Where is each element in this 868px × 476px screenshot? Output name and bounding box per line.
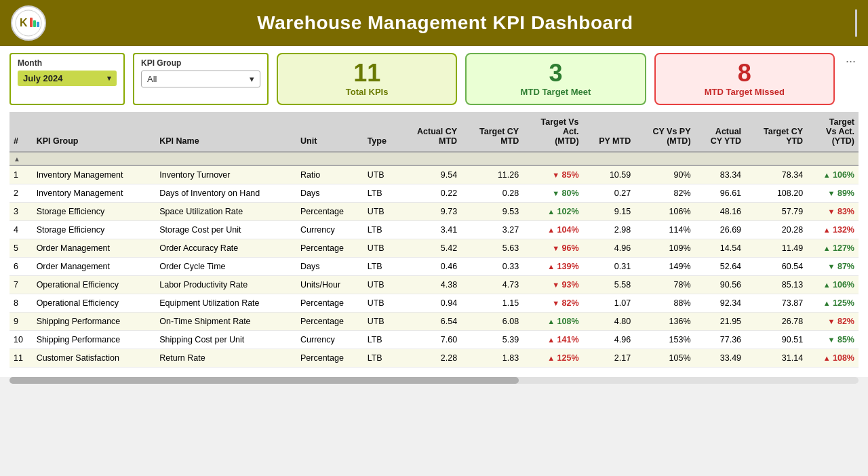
cell-type: UTB	[363, 294, 399, 313]
cell-vs-act-ytd: ▼ 89%	[807, 184, 859, 203]
cell-py-mtd: 0.27	[583, 184, 635, 203]
cell-target-cy-ytd: 108.20	[745, 184, 807, 203]
cell-type: LTB	[363, 184, 399, 203]
cell-type: LTB	[363, 221, 399, 239]
cell-py-mtd: 0.31	[583, 258, 635, 276]
mtd-pct-value: 96%	[562, 243, 579, 253]
month-value: July 2024	[23, 73, 63, 83]
cell-num: 6	[9, 258, 33, 276]
ytd-pct-value: 106%	[833, 280, 854, 290]
ytd-pct-value: 85%	[837, 335, 854, 344]
kpi-table: # KPI Group KPI Name Unit Type Actual CY…	[9, 112, 859, 368]
table-row: 5 Order Management Order Accuracy Rate P…	[9, 239, 859, 258]
cell-type: UTB	[363, 239, 399, 258]
cell-kpi-group: Operational Efficiency	[33, 294, 156, 313]
mtd-meet-value: 3	[549, 61, 562, 85]
mtd-pct-value: 139%	[557, 262, 579, 271]
cell-kpi-name: Inventory Turnover	[155, 165, 296, 184]
cell-unit: Days	[296, 184, 363, 203]
cell-kpi-group: Shipping Performance	[33, 331, 156, 349]
cell-target-cy-mtd: 5.39	[461, 331, 523, 349]
cell-num: 8	[9, 294, 33, 313]
cell-actual-cy-mtd: 7.60	[399, 331, 461, 349]
cell-type: UTB	[363, 313, 399, 331]
cell-unit: Ratio	[296, 165, 363, 184]
cell-target-cy-ytd: 31.14	[745, 349, 807, 368]
cell-cy-vs-py-mtd: 90%	[635, 165, 694, 184]
table-header-row: # KPI Group KPI Name Unit Type Actual CY…	[9, 112, 859, 152]
svg-rect-4	[37, 22, 39, 27]
cell-kpi-group: Inventory Management	[33, 165, 156, 184]
cell-target-cy-ytd: 78.34	[745, 165, 807, 184]
total-kpis-label: Total KPIs	[346, 87, 389, 97]
cell-actual-cy-mtd: 0.22	[399, 184, 461, 203]
scrollbar-area[interactable]	[9, 377, 859, 384]
cell-kpi-name: Space Utilization Rate	[155, 203, 296, 221]
cell-type: LTB	[363, 349, 399, 368]
cell-unit: Percentage	[296, 203, 363, 221]
cell-num: 4	[9, 221, 33, 239]
mtd-direction-icon: ▲	[547, 336, 555, 344]
cell-actual-cy-ytd: 14.54	[695, 239, 746, 258]
ytd-direction-icon: ▼	[828, 189, 835, 197]
col-cy-vs-py-mtd: CY Vs PY(MTD)	[635, 112, 694, 152]
table-body: 1 Inventory Management Inventory Turnove…	[9, 165, 859, 368]
header-title: Warehouse Management KPI Dashboard	[46, 12, 844, 34]
cell-actual-cy-ytd: 83.34	[695, 165, 746, 184]
cell-actual-cy-mtd: 6.54	[399, 313, 461, 331]
table-row: 6 Order Management Order Cycle Time Days…	[9, 258, 859, 276]
cell-vs-act-mtd: ▼ 85%	[523, 165, 583, 184]
logo: K	[11, 5, 46, 41]
more-options-icon[interactable]: ···	[843, 53, 859, 70]
table-row: 11 Customer Satisfaction Return Rate Per…	[9, 349, 859, 368]
cell-actual-cy-mtd: 9.54	[399, 165, 461, 184]
cell-type: UTB	[363, 276, 399, 294]
table-row: 8 Operational Efficiency Equipment Utili…	[9, 294, 859, 313]
mtd-direction-icon: ▼	[552, 171, 559, 179]
sort-row: ▲	[9, 152, 859, 165]
cell-actual-cy-ytd: 52.64	[695, 258, 746, 276]
cell-num: 5	[9, 239, 33, 258]
cell-target-cy-mtd: 0.28	[461, 184, 523, 203]
cell-target-cy-mtd: 3.27	[461, 221, 523, 239]
cell-vs-act-mtd: ▲ 108%	[523, 313, 583, 331]
month-chevron-icon: ▾	[107, 74, 111, 83]
month-select[interactable]: July 2024 ▾	[18, 71, 117, 86]
cell-kpi-name: Return Rate	[155, 349, 296, 368]
mtd-pct-value: 125%	[557, 353, 579, 363]
cell-actual-cy-mtd: 4.38	[399, 276, 461, 294]
svg-rect-2	[30, 18, 33, 27]
mtd-pct-value: 141%	[557, 335, 579, 344]
cell-actual-cy-mtd: 2.28	[399, 349, 461, 368]
cell-unit: Percentage	[296, 294, 363, 313]
cell-actual-cy-ytd: 96.61	[695, 184, 746, 203]
mtd-meet-card: 3 MTD Target Meet	[465, 53, 646, 105]
kpi-group-select[interactable]: All ▾	[141, 71, 260, 87]
cell-actual-cy-ytd: 92.34	[695, 294, 746, 313]
mtd-missed-card: 8 MTD Target Missed	[654, 53, 835, 105]
ytd-direction-icon: ▼	[828, 262, 835, 271]
cell-py-mtd: 2.17	[583, 349, 635, 368]
cell-vs-act-ytd: ▲ 132%	[807, 221, 859, 239]
cell-vs-act-ytd: ▼ 83%	[807, 203, 859, 221]
cell-py-mtd: 4.96	[583, 331, 635, 349]
sort-icon[interactable]: ▲	[14, 155, 20, 163]
col-actual-cy-mtd: Actual CYMTD	[399, 112, 461, 152]
cell-num: 3	[9, 203, 33, 221]
scrollbar-thumb[interactable]	[9, 377, 519, 384]
mtd-pct-value: 102%	[557, 207, 579, 216]
header-divider	[855, 9, 857, 37]
mtd-direction-icon: ▼	[552, 299, 559, 307]
cell-py-mtd: 2.98	[583, 221, 635, 239]
ytd-direction-icon: ▲	[823, 281, 831, 289]
ytd-direction-icon: ▲	[823, 226, 831, 234]
mtd-missed-label: MTD Target Missed	[705, 87, 785, 97]
cell-target-cy-ytd: 26.78	[745, 313, 807, 331]
ytd-direction-icon: ▲	[823, 299, 831, 307]
cell-kpi-name: Days of Inventory on Hand	[155, 184, 296, 203]
cell-unit: Percentage	[296, 349, 363, 368]
cell-kpi-name: Storage Cost per Unit	[155, 221, 296, 239]
mtd-direction-icon: ▲	[547, 226, 555, 234]
cell-num: 2	[9, 184, 33, 203]
cell-cy-vs-py-mtd: 114%	[635, 221, 694, 239]
